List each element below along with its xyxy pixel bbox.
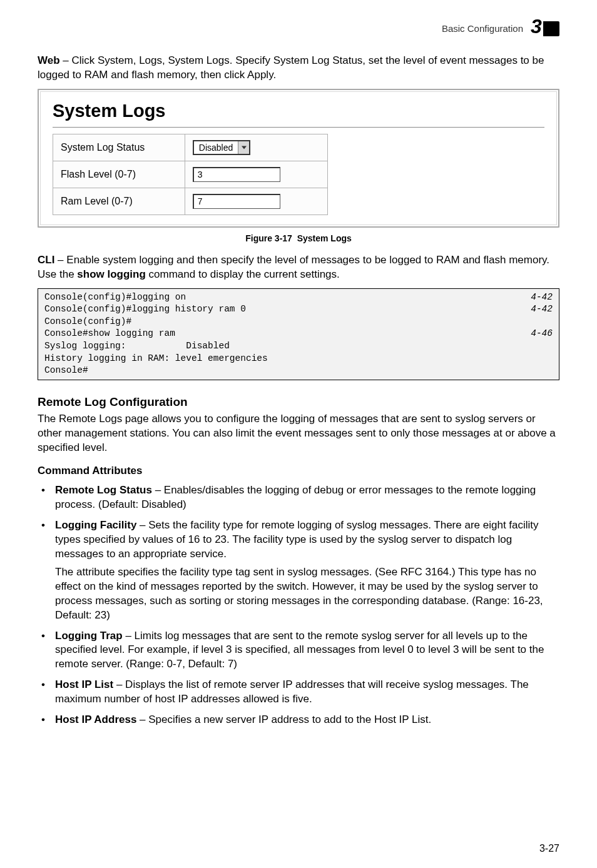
svg-marker-0 xyxy=(242,146,247,149)
cli-line: History logging in RAM: level emergencie… xyxy=(44,353,268,365)
status-select[interactable]: Disabled xyxy=(193,140,250,155)
list-item: Logging Facility – Sets the facility typ… xyxy=(38,518,559,623)
command-attributes-heading: Command Attributes xyxy=(38,464,559,478)
ram-input[interactable]: 7 xyxy=(193,194,280,209)
cli-line: Syslog logging: Disabled xyxy=(44,340,230,353)
ram-label: Ram Level (0-7) xyxy=(53,188,185,215)
cli-line: Console# xyxy=(44,365,88,377)
chapter-number: 3 xyxy=(529,16,543,36)
figure-caption: Figure 3-17 System Logs xyxy=(38,233,559,245)
figure-title: System Logs xyxy=(297,233,352,243)
attr-label: Remote Log Status xyxy=(55,484,152,496)
attr-text: – Limits log messages that are sent to t… xyxy=(55,630,544,670)
show-logging-cmd: show logging xyxy=(77,268,146,280)
list-item: Host IP Address – Specifies a new server… xyxy=(38,713,559,727)
cli-line: Console(config)# xyxy=(44,316,131,328)
attr-extra: The attribute specifies the facility typ… xyxy=(55,565,559,623)
page-header: Basic Configuration 3 xyxy=(38,18,559,40)
attribute-list: Remote Log Status – Enables/disables the… xyxy=(38,483,559,727)
row-system-log-status: System Log Status Disabled xyxy=(53,134,328,161)
cli-ref: 4-42 xyxy=(518,303,553,316)
cli-intro: CLI – Enable system logging and then spe… xyxy=(38,253,559,282)
cli-ref: 4-42 xyxy=(518,291,553,304)
system-logs-form: System Log Status Disabled Flash Level (… xyxy=(53,134,328,215)
web-text: – Click System, Logs, System Logs. Speci… xyxy=(38,54,544,81)
web-label: Web xyxy=(38,54,60,66)
attr-label: Logging Trap xyxy=(55,630,123,642)
chapter-badge: 3 xyxy=(532,18,559,40)
screenshot-title: System Logs xyxy=(53,99,544,123)
section-label: Basic Configuration xyxy=(442,23,523,35)
flash-label: Flash Level (0-7) xyxy=(53,161,185,188)
remote-log-desc: The Remote Logs page allows you to confi… xyxy=(38,412,559,455)
cli-line: Console#show logging ram xyxy=(44,328,175,340)
cli-ref: 4-46 xyxy=(518,328,553,340)
list-item: Remote Log Status – Enables/disables the… xyxy=(38,483,559,512)
row-flash-level: Flash Level (0-7) 3 xyxy=(53,161,328,188)
flash-input[interactable]: 3 xyxy=(193,167,280,182)
cli-label: CLI xyxy=(38,254,54,266)
cli-line: Console(config)#logging history ram 0 xyxy=(44,303,246,316)
attr-text: – Specifies a new server IP address to a… xyxy=(136,714,431,725)
list-item: Host IP List – Displays the list of remo… xyxy=(38,678,559,707)
list-item: Logging Trap – Limits log messages that … xyxy=(38,629,559,672)
cli-line: Console(config)#logging on xyxy=(44,291,186,304)
attr-label: Host IP List xyxy=(55,679,113,690)
attr-label: Host IP Address xyxy=(55,714,136,725)
attr-text: – Displays the list of remote server IP … xyxy=(55,679,529,705)
page-number: 3-27 xyxy=(539,842,559,855)
attr-label: Logging Facility xyxy=(55,519,136,531)
system-logs-screenshot: System Logs System Log Status Disabled F… xyxy=(38,89,559,228)
row-ram-level: Ram Level (0-7) 7 xyxy=(53,188,328,215)
status-label: System Log Status xyxy=(53,134,185,161)
web-intro: Web – Click System, Logs, System Logs. S… xyxy=(38,54,559,83)
cli-output: Console(config)#logging on4-42Console(co… xyxy=(38,288,559,380)
cli-text2: command to display the current settings. xyxy=(146,268,340,280)
remote-log-heading: Remote Log Configuration xyxy=(38,394,559,410)
chevron-down-icon xyxy=(238,141,249,154)
figure-number: Figure 3-17 xyxy=(245,233,292,243)
status-select-value: Disabled xyxy=(194,141,238,154)
